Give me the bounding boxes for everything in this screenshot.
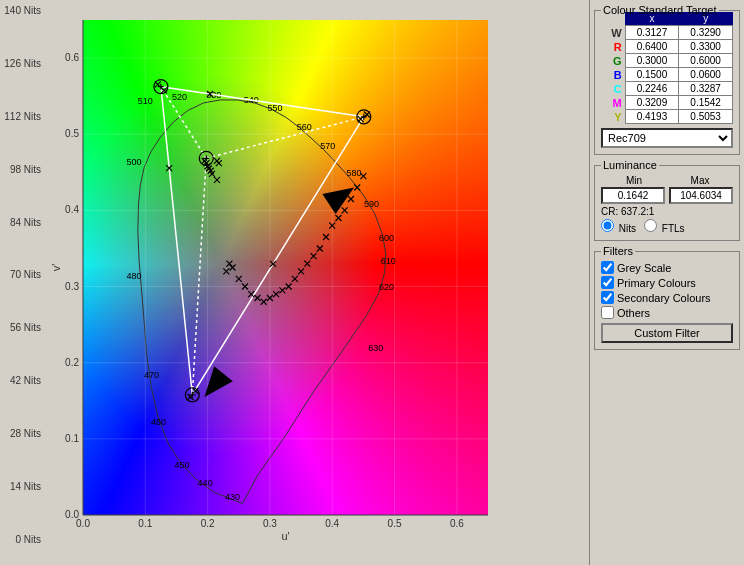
row-y-m: 0.1542 <box>679 96 733 110</box>
right-panel: Colour Standard Target x y W 0.3127 0.32… <box>589 0 744 565</box>
min-input[interactable] <box>601 187 665 204</box>
filters-title: Filters <box>601 245 635 257</box>
colour-standard-group: Colour Standard Target x y W 0.3127 0.32… <box>594 4 740 155</box>
standard-dropdown-row[interactable]: Rec709Rec2020DCI-P3 <box>601 128 733 148</box>
colour-row-b: B 0.1500 0.0600 <box>601 68 733 82</box>
nit-label-7: 42 Nits <box>10 375 41 386</box>
nits-label[interactable]: Nits <box>601 219 636 234</box>
max-header: Max <box>667 175 733 186</box>
nit-label-5: 70 Nits <box>10 269 41 280</box>
row-x-y: 0.4193 <box>625 110 679 124</box>
unit-radio-row[interactable]: Nits FTLs <box>601 219 733 234</box>
row-y-w: 0.3290 <box>679 26 733 40</box>
filter-item-0[interactable]: Grey Scale <box>601 261 733 274</box>
row-y-y: 0.5053 <box>679 110 733 124</box>
filter-item-1[interactable]: Primary Colours <box>601 276 733 289</box>
min-header: Min <box>601 175 667 186</box>
luminance-headers: Min Max <box>601 175 733 186</box>
nits-radio[interactable] <box>601 219 614 232</box>
nit-label-4: 84 Nits <box>10 217 41 228</box>
filter-label-2: Secondary Colours <box>617 292 711 304</box>
colour-standard-title: Colour Standard Target <box>601 4 719 16</box>
colour-row-g: G 0.3000 0.6000 <box>601 54 733 68</box>
filter-checkbox-3[interactable] <box>601 306 614 319</box>
filter-checkbox-0[interactable] <box>601 261 614 274</box>
filter-checkbox-2[interactable] <box>601 291 614 304</box>
filter-item-2[interactable]: Secondary Colours <box>601 291 733 304</box>
nit-label-3: 98 Nits <box>10 164 41 175</box>
filter-item-3[interactable]: Others <box>601 306 733 319</box>
row-label-g: G <box>601 54 625 68</box>
luminance-inputs[interactable] <box>601 187 733 204</box>
row-label-c: C <box>601 82 625 96</box>
nit-label-0: 140 Nits <box>4 5 41 16</box>
nit-label-6: 56 Nits <box>10 322 41 333</box>
row-x-w: 0.3127 <box>625 26 679 40</box>
row-label-y: Y <box>601 110 625 124</box>
row-label-m: M <box>601 96 625 110</box>
nit-label-8: 28 Nits <box>10 428 41 439</box>
colour-row-c: C 0.2246 0.3287 <box>601 82 733 96</box>
filter-label-0: Grey Scale <box>617 262 671 274</box>
row-x-r: 0.6400 <box>625 40 679 54</box>
nits-labels: 140 Nits126 Nits112 Nits98 Nits84 Nits70… <box>0 5 45 545</box>
filters-group: Filters Grey Scale Primary Colours Secon… <box>594 245 740 350</box>
row-y-b: 0.0600 <box>679 68 733 82</box>
filter-label-1: Primary Colours <box>617 277 696 289</box>
main-container: 140 Nits126 Nits112 Nits98 Nits84 Nits70… <box>0 0 744 565</box>
nit-label-9: 14 Nits <box>10 481 41 492</box>
row-label-w: W <box>601 26 625 40</box>
standard-select[interactable]: Rec709Rec2020DCI-P3 <box>601 128 733 148</box>
ftls-radio[interactable] <box>644 219 657 232</box>
nit-label-1: 126 Nits <box>4 58 41 69</box>
row-x-c: 0.2246 <box>625 82 679 96</box>
row-y-r: 0.3300 <box>679 40 733 54</box>
filter-label-3: Others <box>617 307 650 319</box>
colour-row-r: R 0.6400 0.3300 <box>601 40 733 54</box>
row-x-m: 0.3209 <box>625 96 679 110</box>
luminance-title: Luminance <box>601 159 659 171</box>
row-label-r: R <box>601 40 625 54</box>
cr-text: CR: 637.2:1 <box>601 206 733 217</box>
colour-table: x y W 0.3127 0.3290 R 0.6400 0.3300 G 0.… <box>601 12 733 124</box>
max-input[interactable] <box>669 187 733 204</box>
colour-row-w: W 0.3127 0.3290 <box>601 26 733 40</box>
luminance-group: Luminance Min Max CR: 637.2:1 Nits FTLs <box>594 159 740 241</box>
chromaticity-container <box>48 5 498 545</box>
row-y-g: 0.6000 <box>679 54 733 68</box>
colour-row-m: M 0.3209 0.1542 <box>601 96 733 110</box>
row-label-b: B <box>601 68 625 82</box>
custom-filter-button[interactable]: Custom Filter <box>601 323 733 343</box>
chart-area: 140 Nits126 Nits112 Nits98 Nits84 Nits70… <box>0 0 589 565</box>
filter-items: Grey Scale Primary Colours Secondary Col… <box>601 261 733 319</box>
row-x-g: 0.3000 <box>625 54 679 68</box>
chromaticity-chart <box>48 5 498 545</box>
ftls-label[interactable]: FTLs <box>644 219 685 234</box>
row-x-b: 0.1500 <box>625 68 679 82</box>
filter-checkbox-1[interactable] <box>601 276 614 289</box>
nit-label-2: 112 Nits <box>4 111 41 122</box>
colour-row-y: Y 0.4193 0.5053 <box>601 110 733 124</box>
nit-label-10: 0 Nits <box>15 534 41 545</box>
row-y-c: 0.3287 <box>679 82 733 96</box>
